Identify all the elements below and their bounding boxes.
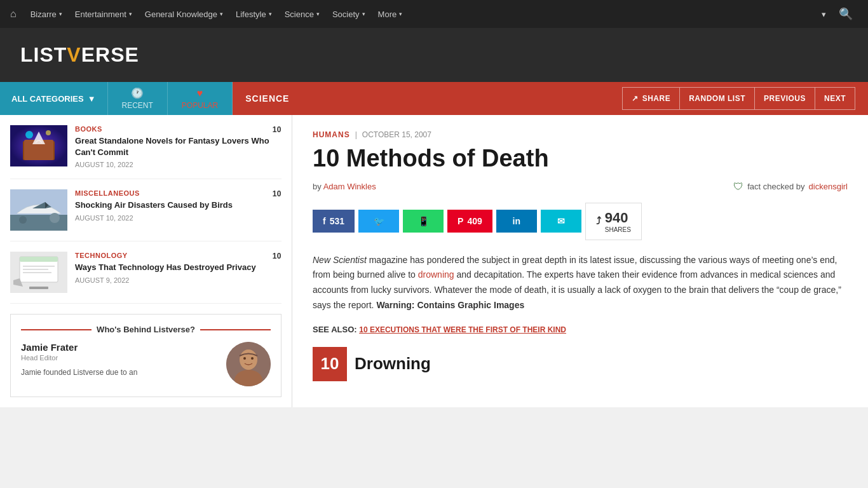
svg-point-19	[243, 357, 246, 360]
meta-separator: |	[355, 130, 357, 139]
logo-v: V	[67, 43, 81, 66]
article-title: 10 Methods of Death	[313, 144, 848, 173]
previous-button[interactable]: PREVIOUS	[755, 87, 815, 110]
sidebar-books-content: 10 BOOKS Great Standalone Novels for Fan…	[75, 125, 281, 168]
article-date: OCTOBER 15, 2007	[362, 130, 431, 139]
tab-popular-label: POPULAR	[182, 101, 218, 110]
sidebar-thumb-planes	[10, 189, 67, 231]
random-list-button[interactable]: RANDOM LIST	[680, 87, 755, 110]
linkedin-share-button[interactable]: in	[496, 210, 537, 233]
svg-point-7	[50, 213, 60, 223]
whatsapp-share-button[interactable]: 📱	[403, 210, 444, 233]
svg-rect-11	[20, 257, 58, 262]
sidebar-tech-category[interactable]: 10 TECHNOLOGY	[75, 252, 281, 259]
svg-rect-14	[23, 272, 51, 273]
sidebar-tech-date: AUGUST 9, 2022	[75, 276, 281, 284]
author-name[interactable]: Adam Winkles	[323, 182, 376, 191]
sidebar-item-misc: 10 MISCELLANEOUS Shocking Air Disasters …	[10, 189, 281, 241]
sidebar: 10 BOOKS Great Standalone Novels for Fan…	[0, 115, 292, 407]
svg-rect-13	[23, 269, 48, 270]
whos-behind-header: Who's Behind Listverse?	[21, 325, 271, 334]
nav-more[interactable]: More ▾	[373, 0, 408, 28]
nav-general-knowledge[interactable]: General Knowledge ▾	[140, 0, 228, 28]
popular-icon: ♥	[197, 88, 203, 99]
article-item-10: 10 Drowning	[313, 347, 848, 381]
email-icon: ✉	[557, 216, 565, 226]
share-total: ⤴ 940 SHARES	[585, 203, 642, 240]
article-tag[interactable]: HUMANS	[313, 130, 350, 139]
main-article: HUMANS | OCTOBER 15, 2007 10 Methods of …	[292, 115, 868, 407]
share-icon: ↗	[632, 94, 639, 103]
email-share-button[interactable]: ✉	[541, 210, 581, 233]
nav-arrow-icon[interactable]: ▾	[817, 0, 831, 28]
twitter-icon: 🐦	[374, 216, 384, 226]
svg-rect-12	[23, 266, 55, 267]
svg-point-17	[240, 349, 257, 370]
pinterest-icon: P	[458, 216, 463, 226]
see-also-label: SEE ALSO:	[313, 325, 357, 334]
more-arrow-icon: ▾	[399, 11, 402, 17]
see-also-link[interactable]: 10 EXECUTIONS THAT WERE THE FIRST OF THE…	[359, 325, 566, 334]
bizarre-arrow-icon: ▾	[59, 11, 62, 17]
nav-entertainment[interactable]: Entertainment ▾	[70, 0, 137, 28]
warning-text: Warning: Contains Graphic Images	[376, 300, 524, 310]
share-icon: ⤴	[596, 215, 601, 227]
all-categories-label: ALL CATEGORIES	[11, 94, 84, 104]
tab-recent[interactable]: 🕐 RECENT	[108, 82, 168, 115]
nav-science[interactable]: Science ▾	[280, 0, 325, 28]
fact-checker-name[interactable]: dickensgirl	[809, 182, 848, 191]
svg-point-3	[25, 131, 33, 139]
top-navigation: ⌂ Bizarre ▾ Entertainment ▾ General Know…	[0, 0, 868, 28]
sidebar-item-books: 10 BOOKS Great Standalone Novels for Fan…	[10, 125, 281, 179]
sidebar-tech-title[interactable]: Ways That Technology Has Destroyed Priva…	[75, 262, 281, 273]
site-logo[interactable]: LISTVERSE	[20, 43, 139, 67]
sidebar-misc-content: 10 MISCELLANEOUS Shocking Air Disasters …	[75, 189, 281, 231]
sidebar-thumb-books	[10, 125, 67, 166]
article-meta: HUMANS | OCTOBER 15, 2007	[313, 130, 848, 139]
facebook-share-button[interactable]: f 531	[313, 210, 355, 233]
category-tabs: 🕐 RECENT ♥ POPULAR	[108, 82, 233, 115]
sidebar-books-title[interactable]: Great Standalone Novels for Fantasy Love…	[75, 135, 281, 158]
fact-check-label: fact checked by	[747, 182, 804, 191]
author-info: by Adam Winkles	[313, 182, 376, 191]
wb-line-right	[200, 329, 271, 330]
nav-bizarre[interactable]: Bizarre ▾	[25, 0, 67, 28]
logo-part1: LIST	[20, 43, 67, 66]
sidebar-tech-content: 10 TECHNOLOGY Ways That Technology Has D…	[75, 252, 281, 293]
search-icon[interactable]: 🔍	[834, 7, 858, 21]
general-knowledge-arrow-icon: ▾	[220, 11, 223, 17]
share-total-count: 940	[605, 210, 631, 226]
science-arrow-icon: ▾	[316, 11, 320, 17]
drowning-link[interactable]: drowning	[418, 269, 454, 280]
whatsapp-icon: 📱	[418, 216, 429, 226]
twitter-share-button[interactable]: 🐦	[358, 210, 399, 233]
sidebar-misc-count: 10	[273, 189, 281, 198]
facebook-icon: f	[323, 216, 326, 226]
all-categories-arrow-icon: ▼	[88, 94, 96, 104]
tab-popular[interactable]: ♥ POPULAR	[168, 82, 233, 115]
section-label: SCIENCE	[245, 93, 622, 104]
magazine-name: New Scientist	[313, 255, 367, 265]
pinterest-share-button[interactable]: P 409	[447, 210, 492, 233]
sidebar-misc-title[interactable]: Shocking Air Disasters Caused by Birds	[75, 200, 281, 211]
sidebar-misc-date: AUGUST 10, 2022	[75, 214, 281, 222]
home-icon[interactable]: ⌂	[10, 8, 17, 20]
sidebar-books-date: AUGUST 10, 2022	[75, 161, 281, 168]
item-number-box: 10	[313, 347, 347, 381]
share-total-label: SHARES	[605, 226, 631, 233]
svg-point-8	[19, 216, 27, 224]
all-categories-button[interactable]: ALL CATEGORIES ▼	[0, 82, 108, 115]
sidebar-books-category[interactable]: 10 BOOKS	[75, 125, 281, 133]
nav-society[interactable]: Society ▾	[327, 0, 370, 28]
svg-point-4	[46, 130, 51, 135]
nav-lifestyle[interactable]: Lifestyle ▾	[231, 0, 277, 28]
sidebar-misc-category[interactable]: 10 MISCELLANEOUS	[75, 189, 281, 197]
next-button[interactable]: NEXT	[815, 87, 855, 110]
site-header: LISTVERSE	[0, 28, 868, 82]
sidebar-item-tech: 10 TECHNOLOGY Ways That Technology Has D…	[10, 252, 281, 304]
logo-part2: ERSE	[81, 43, 139, 66]
share-button[interactable]: ↗ SHARE	[622, 87, 680, 110]
main-layout: 10 BOOKS Great Standalone Novels for Fan…	[0, 115, 868, 407]
lifestyle-arrow-icon: ▾	[269, 11, 272, 17]
shield-icon: 🛡	[733, 181, 743, 193]
